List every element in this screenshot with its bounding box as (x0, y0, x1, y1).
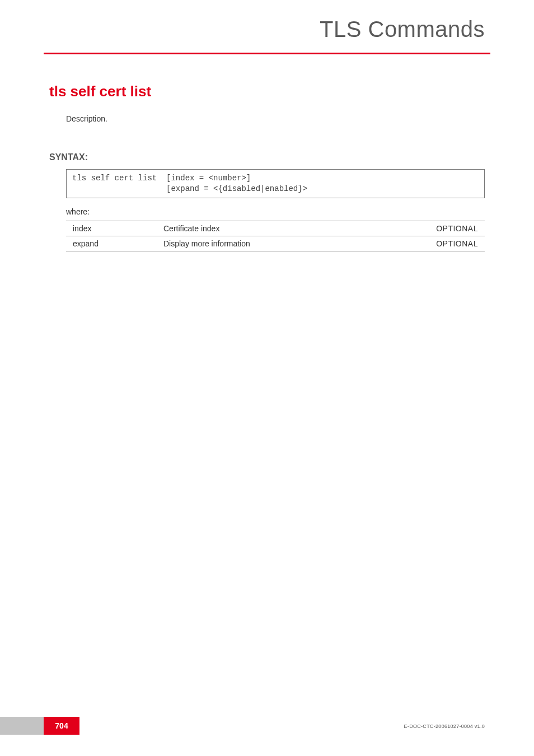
params-table: index Certificate index OPTIONAL expand … (66, 221, 485, 251)
where-label: where: (66, 207, 90, 216)
section-title: tls self cert list (49, 83, 151, 100)
syntax-label: SYNTAX: (49, 152, 88, 162)
param-flag: OPTIONAL (418, 236, 485, 251)
page: TLS Commands tls self cert list Descript… (0, 0, 534, 756)
param-name: expand (66, 236, 161, 251)
syntax-codeblock: tls self cert list [index = <number>] [e… (66, 169, 485, 198)
param-name: index (66, 221, 161, 236)
param-desc: Display more information (161, 236, 418, 251)
footer-doc-id: E-DOC-CTC-20061027-0004 v1.0 (404, 724, 485, 729)
footer-band-background (0, 717, 44, 735)
section-description: Description. (66, 114, 107, 123)
table-row: index Certificate index OPTIONAL (66, 221, 485, 236)
chapter-title: TLS Commands (320, 17, 485, 42)
footer: 704 E-DOC-CTC-20061027-0004 v1.0 (0, 717, 534, 735)
page-number: 704 (44, 717, 79, 735)
table-row: expand Display more information OPTIONAL (66, 236, 485, 251)
header-rule (44, 53, 490, 54)
param-flag: OPTIONAL (418, 221, 485, 236)
param-desc: Certificate index (161, 221, 418, 236)
